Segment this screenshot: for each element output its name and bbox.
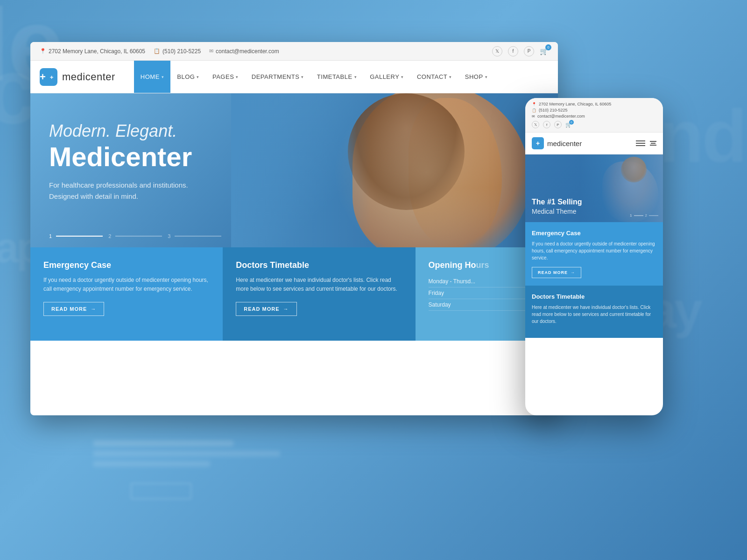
mobile-device: 📍 2702 Memory Lane, Chicago, IL 60605 📋 … (525, 98, 663, 415)
mob-ind-num-2: 2 (645, 213, 647, 217)
svg-text:+: + (536, 140, 540, 147)
top-bar-info: 📍 2702 Memory Lane, Chicago, IL 60605 📋 … (40, 48, 483, 55)
hero-description: For healthcare professionals and institu… (49, 180, 236, 202)
doctors-card: Doctors Timetable Here at medicenter we … (223, 247, 415, 341)
mobile-nav: + medicenter (525, 133, 663, 154)
facebook-icon[interactable]: f (508, 46, 518, 56)
mobile-emergency-title: Emergency Case (532, 230, 656, 237)
mobile-email-icon: ✉ (532, 114, 535, 119)
mobile-emergency-text: If you need a doctor urgently outside of… (532, 240, 656, 261)
hero-section: Modern. Elegant. Medicenter For healthca… (30, 93, 558, 247)
mobile-indicators: 1 2 (630, 213, 658, 217)
mobile-twitter-icon[interactable]: 𝕏 (532, 121, 539, 128)
location-icon: 📍 (40, 48, 46, 54)
emergency-text: If you need a doctor urgently outside of… (43, 276, 210, 294)
emergency-read-more[interactable]: READ MORE → (43, 302, 104, 316)
mobile-nav-controls (636, 140, 656, 146)
browser-window: 📍 2702 Memory Lane, Chicago, IL 60605 📋 … (30, 42, 558, 415)
mobile-address: 📍 2702 Memory Lane, Chicago, IL 60605 (532, 102, 656, 106)
contact-chevron: ▾ (449, 75, 452, 79)
logo[interactable]: + medicenter (40, 68, 115, 86)
mobile-doctors-text: Here at medicenter we have individual do… (532, 304, 656, 325)
mobile-hero-content: The #1 Selling Medical Theme (532, 197, 582, 216)
mobile-location-icon: 📍 (532, 102, 536, 106)
hero-subtitle: Modern. Elegant. (49, 121, 539, 141)
email-item: ✉ contact@medicenter.com (209, 48, 279, 55)
mobile-facebook-icon[interactable]: f (543, 121, 550, 128)
mobile-logo[interactable]: + medicenter (532, 137, 582, 149)
mobile-phone-icon: 📋 (532, 108, 536, 112)
mobile-doctors-title: Doctors Timetable (532, 293, 656, 300)
mob-ind-bar-2 (649, 215, 658, 216)
emergency-card: Emergency Case If you need a doctor urge… (30, 247, 223, 341)
doctors-read-more[interactable]: READ MORE → (236, 302, 296, 316)
hamburger-icon[interactable] (636, 140, 645, 146)
phone-item: 📋 (510) 210-5225 (154, 48, 201, 55)
hero-content: Modern. Elegant. Medicenter For healthca… (30, 93, 558, 216)
logo-icon: + (40, 68, 57, 86)
gallery-chevron: ▾ (401, 75, 404, 79)
phone-text: (510) 210-5225 (162, 48, 201, 55)
phone-icon: 📋 (154, 48, 160, 54)
pinterest-icon[interactable]: P (524, 46, 534, 56)
mobile-phone: 📋 (510) 210-5225 (532, 108, 656, 112)
filter-icon[interactable] (650, 141, 656, 146)
emergency-title: Emergency Case (43, 260, 210, 270)
mobile-cart-badge: 0 (569, 120, 574, 125)
slide-indicators: 1 2 3 (49, 233, 221, 239)
indicator-num-3: 3 (168, 233, 170, 239)
nav-bar: + medicenter HOME ▾ BLOG ▾ PAGES ▾ DEPAR… (30, 61, 558, 93)
mobile-hero: The #1 Selling Medical Theme 1 2 (525, 154, 663, 222)
nav-home[interactable]: HOME ▾ (134, 61, 171, 93)
nav-departments[interactable]: DEPARTMENTS ▾ (245, 61, 310, 93)
nav-shop[interactable]: SHOP ▾ (458, 61, 494, 93)
address-item: 📍 2702 Memory Lane, Chicago, IL 60605 (40, 48, 145, 55)
hero-title: Medicenter (49, 143, 539, 170)
nav-blog[interactable]: BLOG ▾ (170, 61, 206, 93)
twitter-icon[interactable]: 𝕏 (492, 46, 502, 56)
mobile-cards-area: Emergency Case If you need a doctor urge… (525, 222, 663, 415)
mobile-emergency-card: Emergency Case If you need a doctor urge… (525, 222, 663, 286)
mobile-hero-text: The #1 Selling Medical Theme (532, 197, 582, 216)
logo-svg: + (46, 68, 57, 86)
nav-pages[interactable]: PAGES ▾ (206, 61, 245, 93)
dept-chevron: ▾ (301, 75, 304, 79)
doctors-text: Here at medicenter we have individual do… (236, 276, 402, 294)
mobile-cart-wrap[interactable]: 🛒 0 (565, 122, 572, 128)
indicator-bar-2 (115, 236, 162, 237)
indicator-num-2: 2 (108, 233, 111, 239)
doctors-title: Doctors Timetable (236, 260, 402, 270)
indicator-bar-1 (56, 236, 103, 237)
mobile-top-bar: 📍 2702 Memory Lane, Chicago, IL 60605 📋 … (525, 98, 663, 133)
mobile-pinterest-icon[interactable]: P (554, 121, 562, 128)
mobile-logo-icon: + (532, 137, 544, 149)
indicator-num-1: 1 (49, 233, 52, 239)
mobile-logo-text: medicenter (547, 140, 582, 147)
nav-links: HOME ▾ BLOG ▾ PAGES ▾ DEPARTMENTS ▾ TIME… (134, 61, 549, 93)
cart-wrap[interactable]: 🛒 0 (540, 47, 549, 56)
bg-blurred-button (131, 483, 191, 499)
nav-gallery[interactable]: GALLERY ▾ (363, 61, 410, 93)
nav-contact[interactable]: CONTACT ▾ (410, 61, 458, 93)
mobile-logo-svg: + (532, 137, 544, 149)
email-icon: ✉ (209, 48, 213, 54)
mob-ind-bar-1 (634, 215, 643, 216)
home-chevron: ▾ (162, 75, 164, 79)
address-text: 2702 Memory Lane, Chicago, IL 60605 (49, 48, 145, 55)
mobile-emergency-read-more[interactable]: READ MORE → (532, 267, 581, 278)
mobile-email: ✉ contact@medicenter.com (532, 114, 656, 119)
cart-badge: 0 (545, 44, 551, 50)
shop-chevron: ▾ (485, 75, 488, 79)
social-icons: 𝕏 f P 🛒 0 (492, 46, 549, 56)
pages-chevron: ▾ (236, 75, 239, 79)
svg-text:+: + (50, 73, 54, 80)
top-bar: 📍 2702 Memory Lane, Chicago, IL 60605 📋 … (30, 42, 558, 61)
mob-ind-num-1: 1 (630, 213, 632, 217)
blog-chevron: ▾ (197, 75, 199, 79)
logo-text: medicenter (62, 71, 115, 83)
timetable-chevron: ▾ (354, 75, 357, 79)
mobile-doctors-card: Doctors Timetable Here at medicenter we … (525, 286, 663, 338)
info-cards: Emergency Case If you need a doctor urge… (30, 247, 558, 341)
email-text: contact@medicenter.com (216, 48, 279, 55)
nav-timetable[interactable]: TIMETABLE ▾ (310, 61, 363, 93)
